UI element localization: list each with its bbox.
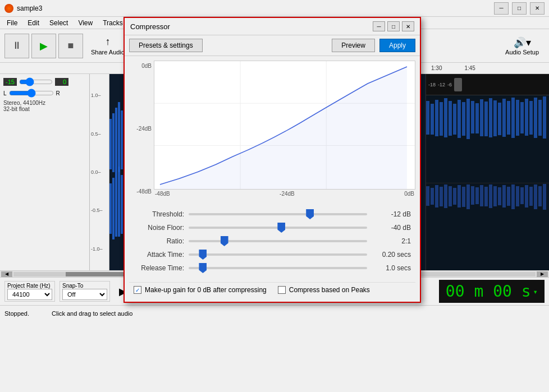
project-rate-panel: Project Rate (Hz) 44100 22050 48000 bbox=[4, 281, 55, 302]
gain-right-value: 0 bbox=[55, 78, 68, 86]
ratio-row: Ratio: 2:1 bbox=[134, 237, 411, 245]
gain-value: -15 bbox=[3, 78, 17, 86]
threshold-row: Threshold: -12 dB bbox=[134, 210, 411, 218]
time-dropdown-icon[interactable]: ▾ bbox=[533, 287, 538, 296]
attack-time-thumb[interactable] bbox=[199, 250, 207, 260]
gain-row: -15 0 bbox=[3, 77, 86, 86]
project-rate-select[interactable]: 44100 22050 48000 bbox=[7, 289, 52, 300]
snap-to-panel: Snap-To Off On bbox=[60, 281, 110, 302]
preview-button[interactable]: Preview bbox=[332, 39, 375, 52]
svg-rect-19 bbox=[112, 178, 115, 239]
svg-rect-50 bbox=[493, 100, 497, 136]
scroll-left-btn[interactable]: ◀ bbox=[1, 271, 12, 277]
noise-floor-thumb[interactable] bbox=[277, 223, 285, 233]
noise-floor-value: -40 dB bbox=[372, 224, 411, 232]
svg-rect-3 bbox=[115, 108, 117, 172]
apply-button[interactable]: Apply bbox=[379, 39, 415, 52]
pause-button[interactable]: ⏸ bbox=[4, 34, 29, 58]
menu-edit[interactable]: Edit bbox=[23, 18, 44, 28]
presets-settings-button[interactable]: Presets & settings bbox=[129, 39, 203, 52]
svg-rect-22 bbox=[121, 175, 123, 234]
snap-to-select[interactable]: Off On bbox=[62, 289, 107, 300]
title-bar: sample3 ─ □ ✕ bbox=[0, 0, 549, 17]
svg-rect-78 bbox=[493, 186, 497, 206]
maximize-button[interactable]: □ bbox=[512, 2, 527, 15]
svg-rect-37 bbox=[435, 100, 438, 136]
ruler-tick-130: 1:30 bbox=[431, 65, 442, 71]
dialog-minimize-button[interactable]: ─ bbox=[373, 21, 385, 31]
release-time-row: Release Time: 1.0 secs bbox=[134, 264, 411, 272]
attack-time-value: 0.20 secs bbox=[372, 251, 411, 259]
share-audio-icon: ↑ bbox=[105, 36, 110, 48]
svg-rect-63 bbox=[426, 186, 429, 206]
compressor-dialog-overlay: Compressor ─ □ ✕ Presets & settings Prev… bbox=[123, 17, 421, 303]
svg-rect-48 bbox=[484, 102, 488, 136]
ratio-thumb[interactable] bbox=[221, 236, 228, 246]
makeup-gain-checkbox[interactable]: Make-up gain for 0 dB after compressing bbox=[134, 286, 267, 294]
svg-rect-73 bbox=[471, 186, 474, 205]
svg-rect-80 bbox=[502, 185, 506, 207]
stop-button[interactable]: ■ bbox=[58, 34, 83, 58]
svg-rect-88 bbox=[538, 186, 542, 206]
noise-floor-track bbox=[189, 227, 367, 229]
attack-time-track bbox=[189, 253, 367, 256]
svg-rect-47 bbox=[480, 99, 483, 136]
scroll-right-btn[interactable]: ▶ bbox=[537, 271, 548, 277]
svg-rect-65 bbox=[435, 185, 438, 207]
snap-to-label: Snap-To bbox=[62, 283, 107, 289]
dialog-close-button[interactable]: ✕ bbox=[402, 21, 414, 31]
dialog-title-bar: Compressor ─ □ ✕ bbox=[125, 18, 420, 35]
compress-peaks-checkbox[interactable]: Compress based on Peaks bbox=[278, 286, 370, 294]
svg-rect-77 bbox=[489, 185, 492, 208]
compressor-curve-svg bbox=[154, 61, 415, 189]
gain-slider[interactable] bbox=[19, 77, 53, 86]
compress-peaks-checkbox-box[interactable] bbox=[278, 286, 286, 294]
svg-rect-79 bbox=[498, 187, 501, 205]
svg-rect-38 bbox=[440, 102, 443, 136]
svg-rect-49 bbox=[489, 98, 492, 137]
dialog-maximize-button[interactable]: □ bbox=[387, 21, 400, 31]
svg-rect-42 bbox=[458, 100, 461, 138]
ruler-tick-145: 1:45 bbox=[464, 65, 475, 71]
svg-rect-35 bbox=[426, 101, 429, 135]
svg-rect-52 bbox=[502, 99, 506, 137]
menu-file[interactable]: File bbox=[2, 18, 22, 28]
dialog-content: 0dB -24dB -48dB bbox=[125, 56, 420, 302]
close-button[interactable]: ✕ bbox=[530, 2, 545, 15]
minimize-button[interactable]: ─ bbox=[494, 2, 509, 15]
svg-rect-40 bbox=[449, 101, 452, 136]
svg-rect-59 bbox=[534, 98, 537, 138]
noise-floor-row: Noise Floor: -40 dB bbox=[134, 224, 411, 232]
status-bar: Stopped. Click and drag to select audio bbox=[0, 305, 549, 321]
x-label-0db: 0dB bbox=[404, 191, 414, 197]
audio-setup-button[interactable]: 🔊▾ Audio Setup bbox=[500, 34, 545, 58]
ruler-right: 1:30 1:45 bbox=[426, 65, 549, 71]
play-button[interactable]: ▶ bbox=[31, 34, 56, 58]
release-time-thumb[interactable] bbox=[199, 263, 207, 273]
attack-time-label: Attack Time: bbox=[134, 251, 184, 259]
graph-area: -48dB -24dB 0dB bbox=[154, 61, 415, 197]
svg-rect-60 bbox=[538, 100, 542, 136]
dialog-title-buttons: ─ □ ✕ bbox=[373, 21, 414, 31]
y-label-24db: -24dB bbox=[129, 126, 152, 132]
svg-rect-68 bbox=[449, 186, 452, 206]
menu-view[interactable]: View bbox=[74, 18, 97, 28]
pan-slider[interactable] bbox=[9, 89, 54, 98]
svg-rect-54 bbox=[511, 98, 515, 138]
time-value: 00 m 00 s bbox=[446, 282, 531, 301]
right-waveform-bottom bbox=[426, 183, 549, 271]
svg-rect-58 bbox=[529, 101, 533, 135]
svg-rect-69 bbox=[453, 188, 456, 205]
db-scale-left: 1.0– 0.5– 0.0– -0.5– -1.0– bbox=[90, 74, 109, 270]
makeup-gain-checkbox-box[interactable] bbox=[134, 286, 141, 294]
title-controls: ─ □ ✕ bbox=[494, 2, 545, 15]
menu-select[interactable]: Select bbox=[45, 18, 72, 28]
svg-rect-41 bbox=[453, 104, 456, 135]
threshold-thumb[interactable] bbox=[306, 209, 314, 219]
r-label: R bbox=[56, 90, 60, 96]
audio-setup-label: Audio Setup bbox=[505, 49, 539, 56]
threshold-track bbox=[189, 213, 367, 215]
svg-rect-87 bbox=[534, 185, 537, 209]
svg-rect-36 bbox=[431, 104, 434, 135]
svg-rect-5 bbox=[121, 110, 123, 169]
